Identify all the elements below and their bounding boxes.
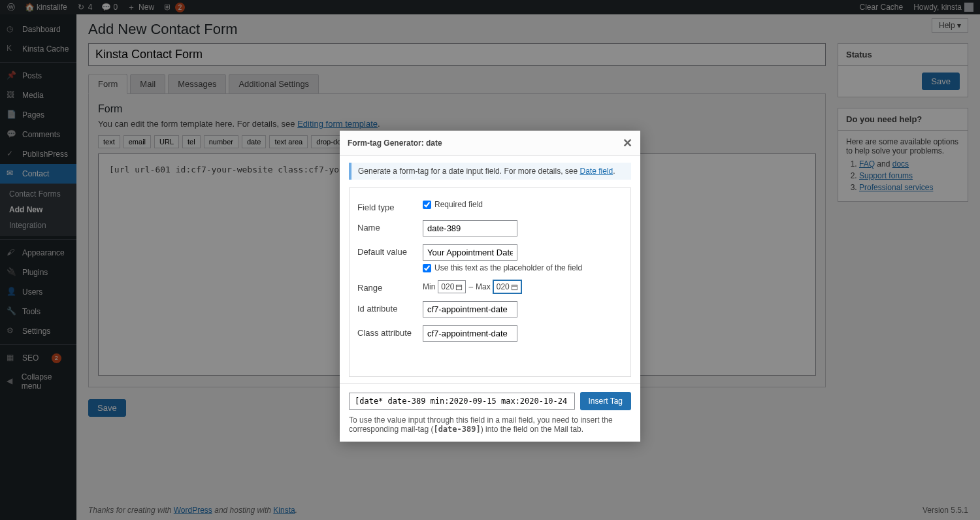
min-date-input[interactable]: 020 xyxy=(438,280,466,293)
mail-tag-code: [date-389] xyxy=(433,425,480,434)
default-input[interactable] xyxy=(423,244,517,261)
label-range: Range xyxy=(357,280,423,293)
label-field-type: Field type xyxy=(357,200,423,212)
svg-rect-0 xyxy=(457,285,462,289)
date-field-link[interactable]: Date field xyxy=(580,167,613,176)
class-input[interactable] xyxy=(423,325,517,342)
modal-title: Form-tag Generator: date xyxy=(348,138,442,148)
placeholder-label: Use this text as the placeholder of the … xyxy=(434,263,582,272)
tag-output-input[interactable] xyxy=(349,393,575,410)
insert-tag-button[interactable]: Insert Tag xyxy=(580,392,631,410)
modal-info: Generate a form-tag for a date input fie… xyxy=(349,163,631,180)
modal-note: To use the value input through this fiel… xyxy=(349,415,631,434)
placeholder-checkbox[interactable] xyxy=(423,264,431,272)
min-label: Min xyxy=(423,282,435,291)
label-class: Class attribute xyxy=(357,325,423,338)
required-checkbox[interactable] xyxy=(423,201,431,209)
label-id: Id attribute xyxy=(357,301,423,314)
name-input[interactable] xyxy=(423,220,517,236)
calendar-icon xyxy=(511,284,518,291)
calendar-icon xyxy=(455,284,463,291)
modal-close-button[interactable]: ✕ xyxy=(623,136,632,150)
max-date-input[interactable]: 020 xyxy=(493,280,521,293)
id-input[interactable] xyxy=(423,301,517,317)
modal-form-tag-date: Form-tag Generator: date ✕ Generate a fo… xyxy=(340,131,640,442)
label-name: Name xyxy=(357,220,423,233)
max-label: Max xyxy=(476,282,491,291)
svg-rect-1 xyxy=(512,285,517,289)
label-default: Default value xyxy=(357,244,423,257)
required-label: Required field xyxy=(434,200,483,209)
